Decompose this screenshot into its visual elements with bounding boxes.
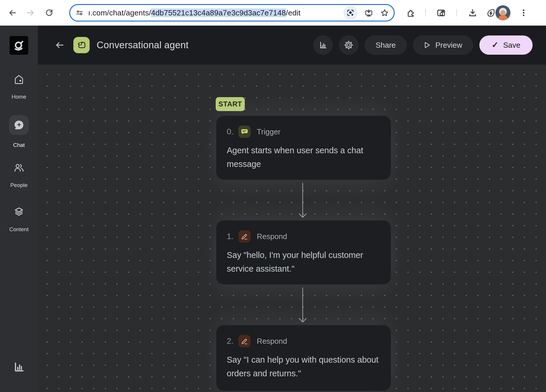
node-index: 1. [227, 232, 233, 241]
browser-menu-kebab-icon[interactable] [519, 8, 528, 17]
save-button[interactable]: ✓ Save [479, 35, 533, 55]
energy-saver-icon[interactable] [486, 8, 495, 17]
save-button-label: Save [503, 41, 520, 50]
flow-node-respond-1[interactable]: 1. Respond Say "hello, I'm your helpful … [216, 220, 391, 284]
preview-button-label: Preview [435, 41, 462, 50]
bookmark-star-icon[interactable] [380, 8, 389, 17]
downloads-icon[interactable] [468, 8, 477, 17]
settings-gear-button[interactable] [339, 35, 358, 55]
sidebar-item-label: Content [9, 226, 29, 233]
sidebar-item-label: Chat [13, 142, 25, 148]
url-selected-text: 4db75521c13c4a89a7e3c9d3ac7e7148 [151, 8, 286, 17]
play-icon [424, 42, 431, 49]
connector-arrow [297, 183, 308, 221]
bar-chart-icon [13, 361, 25, 375]
layers-icon [13, 206, 25, 219]
back-icon[interactable] [8, 8, 17, 17]
message-icon [238, 126, 251, 138]
preview-button[interactable]: Preview [413, 35, 473, 55]
browser-chrome: ı.com/chat/agents/4db75521c13c4a89a7e3c9… [0, 0, 546, 26]
node-description: Say "hello, I'm your helpful customer se… [227, 248, 380, 276]
start-badge: START [216, 97, 245, 111]
sidebar-analytics-button[interactable] [0, 361, 38, 375]
toolbar-divider [456, 9, 457, 17]
sidebar-item-chat[interactable]: Chat [0, 115, 38, 148]
node-index: 0. [227, 127, 233, 136]
node-type-label: Respond [257, 232, 287, 241]
url-suffix: /edit [286, 8, 300, 17]
header-actions: Share Preview ✓ Save [313, 35, 533, 55]
agent-code-icon [73, 37, 90, 53]
chat-sparkle-icon [9, 115, 29, 135]
extensions-icon[interactable] [406, 8, 415, 17]
node-index: 2. [227, 336, 233, 346]
connector-arrow [297, 287, 308, 326]
node-description: Agent starts when user sends a chat mess… [227, 144, 380, 171]
toolbar-divider [425, 9, 426, 17]
flow-canvas[interactable]: START 0. Trigger Agent starts when user … [38, 65, 546, 392]
share-button-label: Share [375, 41, 396, 50]
sidebar-item-home[interactable]: Home [0, 73, 38, 100]
flow-node-trigger[interactable]: 0. Trigger Agent starts when user sends … [216, 116, 391, 180]
sidebar-item-content[interactable]: Content [0, 206, 38, 233]
lens-search-icon[interactable] [343, 6, 357, 20]
install-app-icon[interactable] [364, 8, 373, 17]
sidebar-item-people[interactable]: People [0, 162, 38, 188]
pencil-icon [238, 335, 251, 347]
url-bar[interactable]: ı.com/chat/agents/4db75521c13c4a89a7e3c9… [69, 4, 395, 22]
page-title: Conversational agent [97, 40, 189, 51]
url-text[interactable]: ı.com/chat/agents/4db75521c13c4a89a7e3c9… [88, 8, 343, 17]
share-button[interactable]: Share [365, 35, 406, 55]
forward-icon[interactable] [26, 8, 35, 17]
profile-avatar[interactable] [495, 5, 510, 20]
sidebar-item-label: Home [12, 94, 26, 100]
url-prefix: ı.com/chat/agents/ [88, 8, 151, 17]
node-type-label: Respond [257, 337, 287, 346]
check-icon: ✓ [492, 41, 498, 49]
site-settings-icon[interactable] [75, 9, 84, 17]
header-back-icon[interactable] [55, 40, 65, 50]
app-sidebar: Home Chat People Content [0, 26, 38, 392]
home-icon [13, 73, 25, 87]
reload-icon[interactable] [45, 8, 54, 17]
flow-node-respond-2[interactable]: 2. Respond Say "I can help you with ques… [216, 325, 391, 391]
sidepanel-search-icon[interactable] [436, 8, 446, 18]
app-header: Conversational agent Share Preview ✓ Sav… [38, 26, 546, 65]
sidebar-item-label: People [10, 182, 27, 188]
app-logo[interactable] [10, 36, 28, 55]
people-icon [13, 162, 25, 175]
pencil-icon [238, 230, 251, 243]
node-type-label: Trigger [257, 127, 280, 136]
analytics-button[interactable] [313, 35, 333, 55]
node-description: Say "I can help you with questions about… [227, 353, 380, 380]
